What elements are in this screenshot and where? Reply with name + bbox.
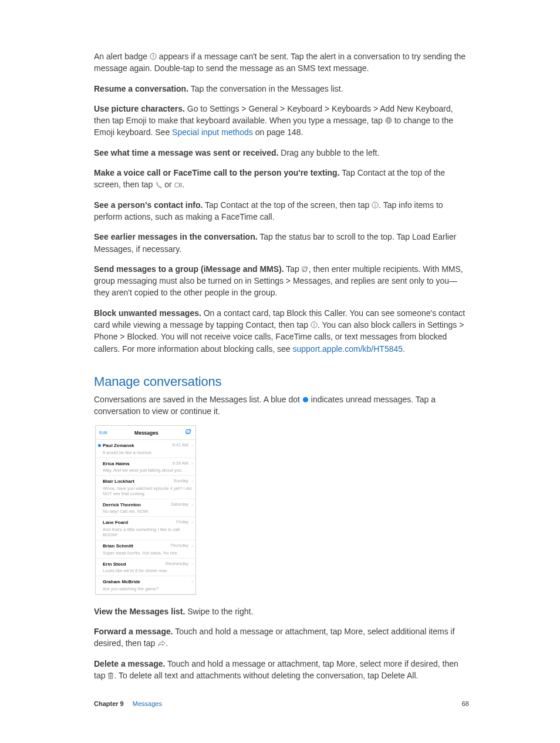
edit-button[interactable]: Edit [99,429,107,436]
svg-point-16 [303,397,308,402]
conversation-row[interactable]: Brian SchmittThursday›Super steak burrit… [96,540,195,559]
messages-screenshot: Edit Messages Paul Zemanek9:41 AM›It wou… [95,425,196,594]
svg-rect-8 [175,183,180,187]
text: Conversations are saved in the Messages … [94,395,302,404]
label: See earlier messages in the conversation… [94,232,258,241]
link-special-input[interactable]: Special input methods [172,127,253,137]
para-forward: Forward a message. Touch and hold a mess… [94,626,469,650]
message-preview: Are you watching the game? [103,586,192,591]
compose-icon [302,265,309,273]
message-preview: It would be like a reunion. [103,450,192,455]
para-block-messages: Block unwanted messages. On a contact ca… [94,307,469,355]
facetime-icon [174,182,183,188]
message-preview: Super steak burrito. Hot salsa. No rice. [103,550,192,556]
label: See what time a message was sent or rece… [94,148,278,157]
label: Forward a message. [94,627,173,636]
chevron-right-icon: › [191,478,193,485]
chevron-right-icon: › [191,543,193,550]
chevron-right-icon: › [191,442,193,449]
conversation-row[interactable]: Blair LockhartSunday›Whoa, have you watc… [96,476,195,499]
text: Tap the conversation in the Messages lis… [188,84,343,93]
para-view-list: View the Messages list. Swipe to the rig… [94,606,469,617]
text: or [164,180,174,189]
chevron-right-icon: › [191,579,193,586]
conversation-row[interactable]: Graham McBride›Are you watching the game… [96,576,195,594]
footer: Chapter 9 Messages [94,700,162,709]
section-label: Messages [133,700,162,707]
time-label: Wednesday [166,561,188,567]
para-delete: Delete a message. Touch and hold a messa… [94,658,469,682]
time-label: Thursday [170,543,188,549]
text: Swipe to the right. [185,607,253,616]
alert-badge-icon [150,53,157,60]
label: Send messages to a group (iMessage and M… [94,264,284,274]
chevron-right-icon: › [191,561,193,568]
messages-title: Messages [134,429,158,436]
text: . To delete all text and attachments wit… [114,671,418,680]
message-preview: Whoa, have you watched episode 4 yet? I … [103,486,192,496]
unread-dot-icon [98,444,101,447]
message-preview: Looks like we're 8 for dinner now. [103,568,192,573]
text: Tap [284,264,302,274]
chapter-label: Chapter 9 [94,700,124,707]
text: . [403,344,405,354]
para-picture-characters: Use picture characters. Go to Settings >… [94,103,469,139]
svg-point-14 [313,323,314,324]
text: . [166,638,168,648]
contact-name: Graham McBride [103,579,192,586]
para-voice-call: Make a voice call or FaceTime call to th… [94,167,469,191]
message-preview: Way. And we were just talking about you. [103,468,192,473]
link-support-block[interactable]: support.apple.com/kb/HT5845 [292,344,403,354]
text: Tap Contact at the top of the screen, th… [203,200,372,210]
para-group-messages: Send messages to a group (iMessage and M… [94,263,469,299]
heading-manage-conversations: Manage conversations [94,372,469,391]
time-label: Saturday [171,502,188,508]
time-label: 9:41 AM [172,442,188,449]
label: See a person's contact info. [94,200,203,210]
time-label: Friday [176,519,188,526]
conversation-row[interactable]: Erica Haims9:39 AM›Way. And we were just… [96,458,195,476]
label: Block unwanted messages. [94,308,201,318]
label: View the Messages list. [94,607,185,616]
forward-arrow-icon [157,640,166,647]
para-alert: An alert badge appears if a message can'… [94,51,469,75]
label: Make a voice call or FaceTime call to th… [94,168,340,177]
time-label: Sunday [174,478,188,485]
para-manage-intro: Conversations are saved in the Messages … [94,394,469,418]
para-earlier-messages: See earlier messages in the conversation… [94,231,469,255]
phone-icon [155,181,162,189]
trash-icon [107,672,114,680]
info-icon [372,201,379,209]
label: Use picture characters. [94,104,185,113]
svg-point-10 [375,203,375,204]
text: . [183,180,185,189]
text: on page 148. [253,127,303,137]
text: An alert badge [94,52,150,61]
label: Resume a conversation. [94,84,188,93]
conversation-row[interactable]: Erin SteedWednesday›Looks like we're 8 f… [96,559,195,577]
para-resume: Resume a conversation. Tap the conversat… [94,83,469,95]
messages-header: Edit Messages [96,426,195,440]
globe-icon [385,117,392,124]
svg-point-2 [153,58,153,58]
blue-dot-icon [302,396,309,403]
chevron-right-icon: › [191,519,193,526]
para-contact-info: See a person's contact info. Tap Contact… [94,199,469,223]
chevron-right-icon: › [191,502,193,509]
time-label: 9:39 AM [172,460,188,467]
info-icon [311,321,318,328]
message-preview: And that's a little something I like to … [103,527,192,537]
chevron-right-icon: › [191,460,193,468]
para-see-time: See what time a message was sent or rece… [94,147,469,159]
compose-icon[interactable] [185,428,192,437]
label: Delete a message. [94,659,165,668]
message-preview: No way! Call me. NOW. [103,509,192,514]
conversation-row[interactable]: Derrick ThorntonSaturday›No way! Call me… [96,499,195,517]
page-number: 68 [462,700,469,709]
conversation-row[interactable]: Paul Zemanek9:41 AM›It would be like a r… [96,440,195,458]
conversation-row[interactable]: Lane FoardFriday›And that's a little som… [96,517,195,540]
text: Drag any bubble to the left. [278,148,379,157]
